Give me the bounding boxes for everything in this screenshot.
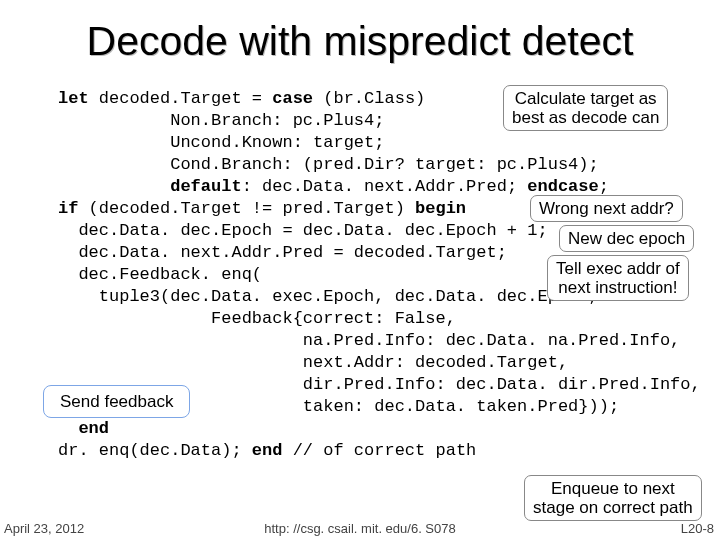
kw-begin: begin — [415, 199, 466, 218]
slide-root: Decode with mispredict detect let decode… — [0, 0, 720, 540]
callout-line: Send feedback — [60, 392, 173, 411]
footer-page: L20-8 — [681, 521, 714, 536]
code-text: : dec.Data. next.Addr.Pred; — [242, 177, 528, 196]
code-line: na.Pred.Info: dec.Data. na.Pred.Info, — [58, 331, 680, 350]
kw-let: let — [58, 89, 89, 108]
code-text: (decoded.Target != pred.Target) — [78, 199, 415, 218]
code-text: dr. enq(dec.Data); — [58, 441, 252, 460]
code-line: Non.Branch: pc.Plus4; — [58, 111, 384, 130]
code-line: dec.Data. next.Addr.Pred = decoded.Targe… — [58, 243, 507, 262]
code-text: ; — [599, 177, 609, 196]
callout-wrong-addr: Wrong next addr? — [530, 195, 683, 222]
kw-default: default — [170, 177, 241, 196]
code-line: Cond.Branch: (pred.Dir? target: pc.Plus4… — [58, 155, 599, 174]
footer-url: http: //csg. csail. mit. edu/6. S078 — [0, 521, 720, 536]
kw-if: if — [58, 199, 78, 218]
callout-line: Enqueue to next — [551, 479, 675, 498]
callout-line: Wrong next addr? — [539, 199, 674, 218]
callout-new-epoch: New dec epoch — [559, 225, 694, 252]
kw-case: case — [272, 89, 313, 108]
code-line: dec.Data. dec.Epoch = dec.Data. dec.Epoc… — [58, 221, 548, 240]
callout-enqueue: Enqueue to next stage on correct path — [524, 475, 702, 521]
code-line: Uncond.Known: target; — [58, 133, 384, 152]
code-text: // of correct path — [282, 441, 476, 460]
kw-end2: end — [252, 441, 283, 460]
code-line: Feedback{correct: False, — [58, 309, 456, 328]
code-line: tuple3(dec.Data. exec.Epoch, dec.Data. d… — [58, 287, 599, 306]
code-text: (br.Class) — [313, 89, 425, 108]
callout-calculate: Calculate target as best as decode can — [503, 85, 668, 131]
kw-endcase: endcase — [527, 177, 598, 196]
callout-line: next instruction! — [558, 278, 677, 297]
callout-line: New dec epoch — [568, 229, 685, 248]
kw-end: end — [78, 419, 109, 438]
code-text — [58, 177, 170, 196]
callout-line: Calculate target as — [515, 89, 657, 108]
code-text: decoded.Target = — [89, 89, 273, 108]
callout-tell-exec: Tell exec addr of next instruction! — [547, 255, 689, 301]
code-line: next.Addr: decoded.Target, — [58, 353, 568, 372]
callout-send-feedback: Send feedback — [43, 385, 190, 418]
code-line: dec.Feedback. enq( — [58, 265, 262, 284]
slide-title: Decode with mispredict detect — [0, 18, 720, 65]
code-text — [58, 419, 78, 438]
callout-line: stage on correct path — [533, 498, 693, 517]
callout-line: best as decode can — [512, 108, 659, 127]
callout-line: Tell exec addr of — [556, 259, 680, 278]
